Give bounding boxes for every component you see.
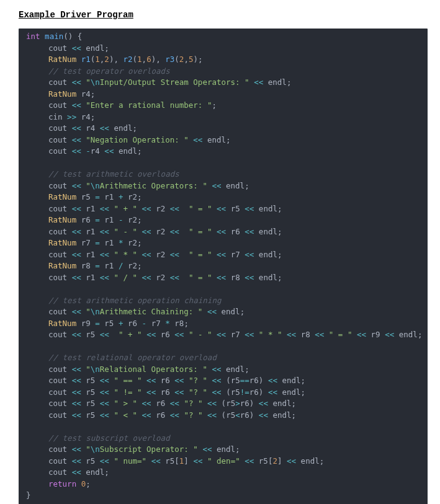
code-line: RatNum r8 = r1 / r2; [19, 260, 428, 272]
code-line: cout << r5 << " num=" << r5[1] << " den=… [19, 456, 428, 467]
code-line: cout << "\nArithmetic Chaining: " << end… [19, 306, 428, 318]
code-line: } [19, 490, 428, 502]
code-line: RatNum r9 = r5 + r6 - r7 * r8; [19, 318, 428, 330]
code-line: cout << r1 << " / " << r2 << " = " << r8… [19, 272, 428, 284]
code-line: return 0; [19, 479, 428, 490]
code-line [19, 421, 428, 433]
code-line: cout << r5 << " < " << r6 << "? " << (r5… [19, 410, 428, 422]
code-line: // test relational operator overload [19, 352, 428, 364]
code-line: cout << r5 << " != " << r6 << "? " << (r… [19, 387, 428, 399]
code-line: cout << endl; [19, 467, 428, 479]
code-line: cout << "\nInput/Output Stream Operators… [19, 77, 428, 89]
section-heading: Example Driver Program [19, 10, 428, 20]
code-line: cout << r5 << " == " << r6 << "? " << (r… [19, 375, 428, 387]
code-line: // test arithmetic overloads [19, 169, 428, 180]
code-line: // test arithmetic operation chaining [19, 295, 428, 307]
code-line: RatNum r7 = r1 * r2; [19, 237, 428, 249]
code-line: // test subscript overload [19, 433, 428, 444]
code-line: cout << r5 << " > " << r6 << "? " << (r5… [19, 398, 428, 410]
code-line [19, 283, 428, 295]
code-line: RatNum r6 = r1 - r2; [19, 214, 428, 226]
code-line: cout << r4 << endl; [19, 123, 428, 135]
code-line: RatNum r4; [19, 89, 428, 100]
code-line: cout << "\nArithmetic Operators: " << en… [19, 180, 428, 192]
code-editor: int main() {cout << endl;RatNum r1(1,2),… [19, 29, 428, 504]
code-line: cout << "Enter a rational number: "; [19, 100, 428, 112]
code-line: // test operator overloads [19, 66, 428, 77]
code-line: RatNum r5 = r1 + r2; [19, 192, 428, 203]
code-line: cout << -r4 << endl; [19, 146, 428, 157]
code-line: cin >> r4; [19, 112, 428, 123]
code-line: int main() { [19, 31, 428, 43]
code-line: cout << "\nSubscript Operator: " << endl… [19, 444, 428, 456]
code-line: cout << r1 << " + " << r2 << " = " << r5… [19, 203, 428, 215]
code-line: cout << r1 << " * " << r2 << " = " << r7… [19, 249, 428, 261]
code-line: cout << "Negation Operation: " << endl; [19, 135, 428, 146]
code-line: cout << "\nRelational Operators: " << en… [19, 364, 428, 376]
code-line: cout << r1 << " - " << r2 << " = " << r6… [19, 226, 428, 238]
code-line: cout << endl; [19, 43, 428, 55]
code-line [19, 157, 428, 169]
code-line: cout << r5 << " + " << r6 << " - " << r7… [19, 329, 428, 341]
code-line [19, 341, 428, 353]
code-line: RatNum r1(1,2), r2(1,6), r3(2,5); [19, 54, 428, 66]
page: Example Driver Program int main() {cout … [0, 0, 440, 504]
